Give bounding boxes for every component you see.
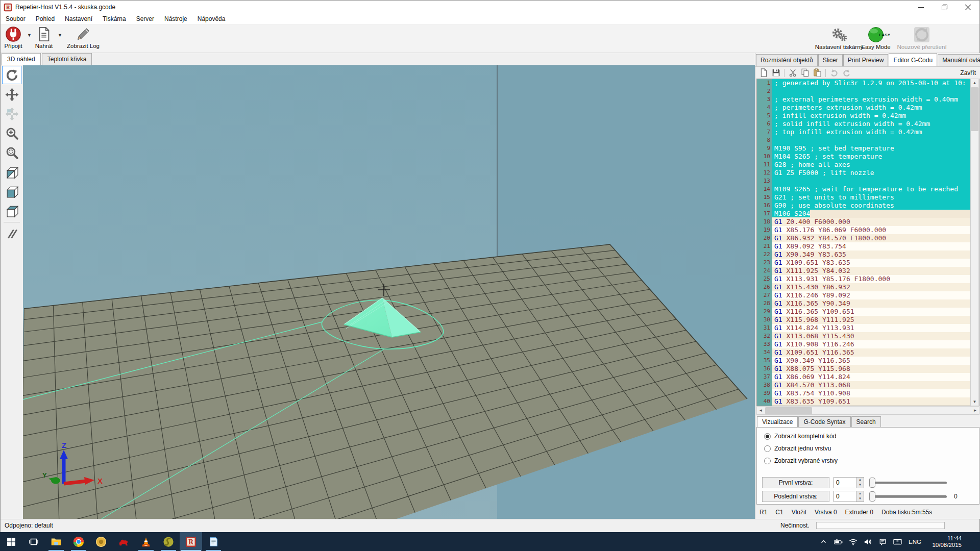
menu-item-n-pov-da[interactable]: Nápověda	[192, 14, 231, 24]
menu-item-n-stroje[interactable]: Nástroje	[159, 14, 192, 24]
last-layer-button[interactable]: Poslední vrstva:	[762, 491, 829, 502]
tool-front-view-icon[interactable]	[2, 182, 21, 201]
radio-button[interactable]	[764, 445, 771, 452]
radio-option-zobrazit-jednu-vrstvu[interactable]: Zobrazit jednu vrstvu	[764, 445, 979, 452]
close-editor-link[interactable]: Zavřít	[960, 67, 976, 79]
gcode-line-37[interactable]: 37G1 X86.069 Y114.824	[757, 373, 979, 381]
radio-option-zobrazit-kompletn-k-d[interactable]: Zobrazit kompletní kód	[764, 433, 979, 440]
menu-item-soubor[interactable]: Soubor	[1, 14, 31, 24]
gcode-line-27[interactable]: 27G1 X116.246 Y89.092	[757, 291, 979, 299]
paste-icon[interactable]	[812, 68, 822, 78]
tray-volume-icon[interactable]	[863, 538, 873, 546]
gcode-line-8[interactable]: 8	[757, 136, 979, 144]
printer-settings-button[interactable]: Nastavení tiskárny	[811, 26, 867, 52]
gcode-line-4[interactable]: 4; perimeters extrusion width = 0.42mm	[757, 104, 979, 112]
gcode-line-29[interactable]: 29G1 X116.365 Y109.651	[757, 308, 979, 316]
3d-viewport[interactable]: Z X Y	[23, 65, 755, 519]
scroll-down-arrow[interactable]: ▼	[971, 398, 978, 406]
tray-battery-icon[interactable]	[833, 538, 843, 546]
scroll-up-arrow[interactable]: ▲	[971, 79, 978, 87]
editor-vertical-scrollbar[interactable]: ▲ ▼	[970, 79, 979, 406]
new-file-icon[interactable]	[758, 68, 769, 78]
undo-icon[interactable]	[829, 68, 839, 78]
view-tab-3d-n-hled[interactable]: 3D náhled	[2, 53, 41, 66]
gcode-line-33[interactable]: 33G1 X110.908 Y116.246	[757, 340, 979, 348]
scroll-right-arrow[interactable]: ►	[971, 407, 979, 414]
gcode-line-18[interactable]: 18G1 Z0.400 F6000.000	[757, 218, 979, 226]
gcode-line-13[interactable]: 13	[757, 177, 979, 185]
tab-g-code-syntax[interactable]: G-Code Syntax	[798, 416, 850, 428]
first-layer-up[interactable]: ▲	[856, 478, 864, 483]
menu-item-pohled[interactable]: Pohled	[31, 14, 60, 24]
tray-chevron-up-icon[interactable]	[818, 538, 828, 546]
vertical-scroll-thumb[interactable]	[971, 87, 978, 131]
close-button[interactable]	[956, 1, 979, 14]
gcode-line-12[interactable]: 12G1 Z5 F5000 ; lift nozzle	[757, 169, 979, 177]
load-dropdown-arrow[interactable]: ▼	[58, 33, 62, 38]
gcode-line-34[interactable]: 34G1 X109.651 Y116.365	[757, 348, 979, 357]
gcode-line-11[interactable]: 11G28 ; home all axes	[757, 161, 979, 169]
tool-zoom-in-icon[interactable]	[2, 124, 21, 142]
gcode-editor[interactable]: 1; generated by Slic3r 1.2.9 on 2015-08-…	[756, 79, 979, 406]
tool-parallel-projection-icon[interactable]	[2, 224, 21, 243]
taskbar-repetier-icon[interactable]: R	[180, 532, 202, 551]
show-log-button[interactable]: Zobrazit Log	[64, 26, 103, 52]
gcode-line-15[interactable]: 15G21 ; set units to millimeters	[757, 193, 979, 202]
gcode-line-1[interactable]: 1; generated by Slic3r 1.2.9 on 2015-08-…	[757, 79, 979, 87]
gcode-line-21[interactable]: 21G1 X89.092 Y83.754	[757, 242, 979, 251]
taskbar-task-view-icon[interactable]	[22, 532, 45, 551]
gcode-line-17[interactable]: 17M106 S204	[757, 210, 979, 218]
tool-isometric-view-icon[interactable]	[2, 163, 21, 181]
save-icon[interactable]	[771, 68, 781, 78]
taskbar-clock[interactable]: 11:44 10/08/2015	[932, 532, 962, 551]
menu-item-nastaven[interactable]: Nastavení	[60, 14, 97, 24]
gcode-line-31[interactable]: 31G1 X114.824 Y113.931	[757, 324, 979, 332]
gcode-line-9[interactable]: 9M190 S95 ; set bed temperature	[757, 144, 979, 153]
gcode-line-26[interactable]: 26G1 X115.430 Y86.932	[757, 283, 979, 291]
title-bar[interactable]: R Repetier-Host V1.5.4 - skuska.gcode	[1, 1, 979, 14]
gcode-line-24[interactable]: 24G1 X111.925 Y84.032	[757, 267, 979, 275]
first-layer-slider[interactable]	[869, 477, 947, 488]
horizontal-scroll-thumb[interactable]	[765, 407, 812, 414]
restore-button[interactable]	[933, 1, 956, 14]
radio-option-zobrazit-vybran-vrstvy[interactable]: Zobrazit vybrané vrstvy	[764, 457, 979, 464]
tray-wifi-icon[interactable]	[848, 538, 858, 546]
tab-rozm-st-n-objekt[interactable]: Rozmístění objektů	[756, 54, 818, 66]
tray-language[interactable]: ENG	[907, 539, 923, 545]
taskbar-file-explorer-icon[interactable]	[45, 532, 67, 551]
gcode-line-10[interactable]: 10M104 S265 ; set temperature	[757, 153, 979, 161]
taskbar-red-dog-app-icon[interactable]	[112, 532, 135, 551]
tab-print-preview[interactable]: Print Preview	[843, 54, 889, 66]
redo-icon[interactable]	[841, 68, 851, 78]
tray-action-center-icon[interactable]	[877, 538, 888, 546]
gcode-line-6[interactable]: 6; solid infill extrusion width = 0.42mm	[757, 120, 979, 128]
taskbar-start-icon[interactable]	[0, 532, 22, 551]
menu-item-tisk-rna[interactable]: Tiskárna	[97, 14, 131, 24]
gcode-line-38[interactable]: 38G1 X84.570 Y113.068	[757, 381, 979, 389]
taskbar-chrome-icon[interactable]	[67, 532, 90, 551]
gcode-line-22[interactable]: 22G1 X90.349 Y83.635	[757, 251, 979, 259]
taskbar-notepad-icon[interactable]	[202, 532, 225, 551]
gcode-line-23[interactable]: 23G1 X109.651 Y83.635	[757, 259, 979, 267]
last-layer-slider[interactable]	[869, 491, 947, 502]
first-layer-button[interactable]: První vrstva:	[762, 477, 829, 488]
gcode-line-28[interactable]: 28G1 X116.365 Y90.349	[757, 299, 979, 308]
gcode-line-20[interactable]: 20G1 X86.932 Y84.570 F1800.000	[757, 234, 979, 242]
gcode-line-7[interactable]: 7; top infill extrusion width = 0.42mm	[757, 128, 979, 136]
connect-dropdown-arrow[interactable]: ▼	[27, 33, 32, 38]
tab-search[interactable]: Search	[851, 416, 881, 428]
gcode-line-39[interactable]: 39G1 X83.754 Y110.908	[757, 389, 979, 397]
tab-editor-g-codu[interactable]: Editor G-Codu	[889, 53, 937, 66]
copy-icon[interactable]	[800, 68, 810, 78]
cut-icon[interactable]	[788, 68, 798, 78]
gcode-line-40[interactable]: 40G1 X83.635 Y109.651	[757, 397, 979, 406]
scroll-left-arrow[interactable]: ◄	[757, 407, 765, 414]
gcode-line-3[interactable]: 3; external perimeters extrusion width =…	[757, 95, 979, 104]
minimize-button[interactable]	[909, 1, 933, 14]
tool-fit-view-icon[interactable]	[2, 143, 21, 162]
taskbar-gold-app-icon[interactable]	[90, 532, 112, 551]
gcode-line-19[interactable]: 19G1 X85.176 Y86.069 F6000.000	[757, 226, 979, 234]
gcode-line-14[interactable]: 14M109 S265 ; wait for temperature to be…	[757, 185, 979, 193]
last-layer-up[interactable]: ▲	[856, 491, 864, 496]
gcode-line-36[interactable]: 36G1 X88.075 Y115.968	[757, 365, 979, 373]
